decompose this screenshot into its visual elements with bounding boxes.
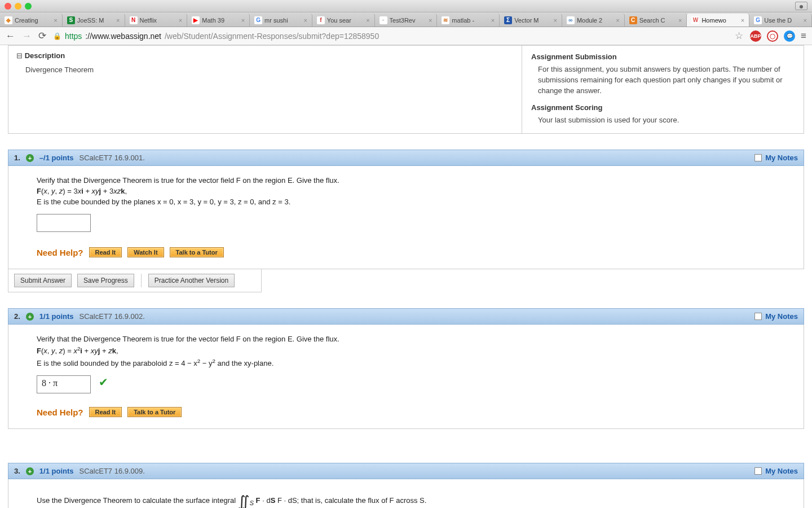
tab-close-icon[interactable]: ×: [678, 17, 682, 24]
description-heading[interactable]: Description: [16, 51, 514, 60]
submission-heading: Assignment Submission: [531, 52, 795, 61]
tab-close-icon[interactable]: ×: [616, 17, 619, 24]
close-window-dot[interactable]: [5, 3, 11, 10]
browser-tab[interactable]: ◆Creating×: [0, 14, 63, 27]
read-it-button[interactable]: Read It: [89, 247, 122, 257]
browser-tab[interactable]: ▶Math 39×: [187, 14, 250, 27]
tab-close-icon[interactable]: ×: [491, 17, 495, 24]
my-notes-link[interactable]: My Notes: [754, 312, 798, 321]
ext-icon-3[interactable]: 💬: [784, 30, 795, 42]
tab-close-icon[interactable]: ×: [429, 17, 432, 24]
extension-tray: ABP ◯ 💬 ≡: [750, 30, 806, 42]
menu-icon[interactable]: ≡: [801, 30, 806, 42]
browser-tab[interactable]: CSearch C×: [625, 14, 687, 27]
tab-close-icon[interactable]: ×: [179, 17, 182, 24]
help-row: Need Help? Read It Talk to a Tutor: [37, 407, 775, 417]
expand-icon[interactable]: +: [26, 154, 34, 162]
profile-icon[interactable]: [795, 2, 807, 10]
correct-check-icon: ✔: [99, 376, 108, 388]
tab-close-icon[interactable]: ×: [553, 17, 557, 24]
tab-label: Netflix: [140, 17, 176, 24]
my-notes-link[interactable]: My Notes: [754, 154, 798, 162]
back-icon[interactable]: ←: [6, 30, 15, 42]
tab-label: Math 39: [202, 17, 239, 24]
need-help-label: Need Help?: [37, 408, 83, 417]
my-notes-link[interactable]: My Notes: [754, 467, 798, 475]
tab-label: Vector M: [514, 17, 551, 24]
forward-icon[interactable]: →: [22, 30, 32, 42]
question-number: 1.: [14, 154, 20, 162]
question-2: 2. + 1/1 points SCalcET7 16.9.002. My No…: [8, 308, 804, 429]
browser-tab[interactable]: SJoeSS: M×: [63, 14, 125, 27]
browser-toolbar: ← → ⟳ 🔒 https://www.webassign.net/web/St…: [0, 27, 812, 45]
question-actions: Submit Answer Save Progress Practice Ano…: [8, 269, 262, 292]
tab-label: Homewo: [701, 17, 738, 24]
talk-to-tutor-button[interactable]: Talk to a Tutor: [127, 407, 182, 417]
browser-tab[interactable]: NNetflix×: [125, 14, 188, 27]
ext-icon-2[interactable]: ◯: [767, 30, 778, 42]
question-source: SCalcET7 16.9.001.: [80, 154, 145, 162]
browser-tab[interactable]: ▫Test3Rev×: [375, 14, 438, 27]
reload-icon[interactable]: ⟳: [38, 30, 46, 42]
abp-ext-icon[interactable]: ABP: [750, 30, 761, 42]
browser-tab[interactable]: WHomewo×: [687, 14, 749, 27]
tab-label: matlab -: [452, 17, 488, 24]
submit-answer-button[interactable]: Submit Answer: [14, 274, 72, 287]
notes-icon: [754, 313, 762, 320]
address-bar[interactable]: 🔒 https://www.webassign.net/web/Student/…: [53, 32, 728, 41]
tab-close-icon[interactable]: ×: [116, 17, 120, 24]
help-row: Need Help? Read It Watch It Talk to a Tu…: [37, 247, 775, 257]
watch-it-button[interactable]: Watch It: [127, 247, 164, 257]
maximize-window-dot[interactable]: [25, 3, 32, 10]
question-prompt: Use the Divergence Theorem to calculate …: [37, 489, 775, 507]
tab-close-icon[interactable]: ×: [303, 17, 307, 24]
favicon: ≋: [442, 16, 449, 24]
question-points: 1/1 points: [39, 312, 74, 321]
favicon: C: [629, 16, 637, 24]
browser-tabstrip: ◆Creating×SJoeSS: M×NNetflix×▶Math 39×Gm…: [0, 12, 812, 27]
tab-close-icon[interactable]: ×: [366, 17, 369, 24]
tab-close-icon[interactable]: ×: [54, 17, 57, 24]
favicon: W: [691, 16, 699, 24]
region-text: E is the solid bounded by the paraboloid…: [37, 358, 775, 367]
talk-to-tutor-button[interactable]: Talk to a Tutor: [170, 247, 224, 257]
browser-tab[interactable]: fYou sear×: [312, 14, 375, 27]
save-progress-button[interactable]: Save Progress: [77, 274, 134, 287]
question-1-header: 1. + –/1 points SCalcET7 16.9.001. My No…: [8, 150, 804, 166]
tab-label: You sear: [327, 17, 364, 24]
answer-input[interactable]: 8 · π: [37, 375, 91, 393]
favicon: S: [67, 16, 75, 24]
question-number: 3.: [14, 467, 20, 475]
need-help-label: Need Help?: [37, 248, 83, 257]
expand-icon[interactable]: +: [26, 467, 34, 475]
tab-close-icon[interactable]: ×: [241, 17, 245, 24]
lock-icon: 🔒: [53, 32, 61, 40]
tab-label: Creating: [15, 17, 51, 24]
favicon: G: [254, 16, 262, 24]
assignment-header-row: Description Divergence Theorem Assignmen…: [8, 45, 804, 134]
favicon: ◆: [5, 16, 12, 24]
answer-input[interactable]: [37, 214, 91, 232]
browser-tab[interactable]: ∞Module 2×: [562, 14, 625, 27]
tab-close-icon[interactable]: ×: [804, 17, 807, 24]
minimize-window-dot[interactable]: [15, 3, 21, 10]
region-text: E is the cube bounded by the planes x = …: [37, 198, 775, 206]
favicon: f: [317, 16, 325, 24]
tab-close-icon[interactable]: ×: [741, 17, 744, 24]
browser-tab[interactable]: ΣVector M×: [500, 14, 562, 27]
question-source: SCalcET7 16.9.009.: [80, 467, 145, 475]
browser-tab[interactable]: ≋matlab -×: [437, 14, 500, 27]
browser-tab[interactable]: GUse the D×: [749, 14, 812, 27]
url-proto: https: [65, 32, 82, 41]
question-prompt: Verify that the Divergence Theorem is tr…: [37, 176, 775, 185]
read-it-button[interactable]: Read It: [89, 407, 122, 417]
tab-label: mr sushi: [264, 17, 301, 24]
expand-icon[interactable]: +: [26, 313, 34, 321]
bookmark-star-icon[interactable]: ☆: [735, 30, 743, 42]
tab-label: Search C: [639, 17, 676, 24]
description-body: Divergence Theorem: [16, 60, 514, 80]
practice-another-button[interactable]: Practice Another Version: [148, 274, 235, 287]
browser-tab[interactable]: Gmr sushi×: [250, 14, 312, 27]
favicon: G: [754, 16, 762, 24]
question-2-body: Verify that the Divergence Theorem is tr…: [8, 325, 804, 429]
